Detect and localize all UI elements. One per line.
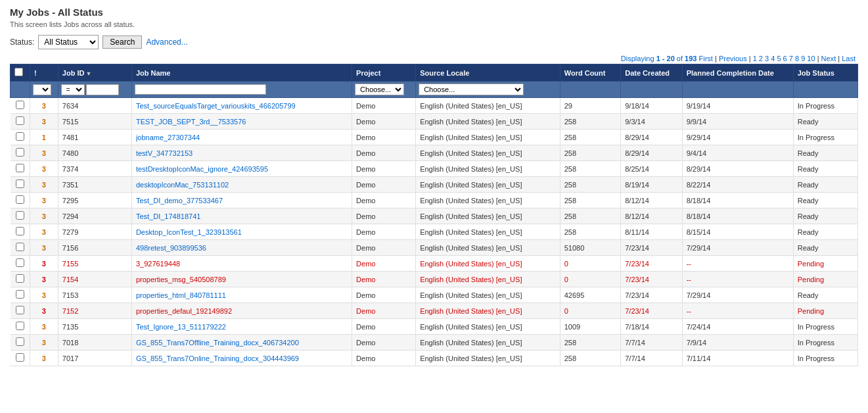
row-jobname-link[interactable]: Test_Ignore_13_511179222: [136, 323, 226, 331]
row-jobname-link[interactable]: TEST_JOB_SEPT_3rd__7533576: [136, 118, 246, 126]
filter-jobid-op[interactable]: =▼: [61, 84, 85, 95]
row-jobname-link[interactable]: properties_html_840781111: [136, 291, 226, 299]
pagination-5[interactable]: 5: [777, 55, 781, 62]
row-jobstatus: Pending: [793, 303, 857, 319]
col-header-locale: Source Locale: [416, 64, 560, 82]
col-header-jobid[interactable]: Job ID▼: [58, 64, 131, 82]
pagination-7[interactable]: 7: [789, 55, 793, 62]
row-jobid: 7634: [58, 98, 131, 114]
row-jobname: Desktop_IconTest_1_323913561: [131, 224, 352, 240]
row-excl: 3: [30, 98, 58, 114]
row-jobname-link[interactable]: Test_sourceEqualsTarget_variouskits_4662…: [136, 102, 296, 110]
pagination-previous[interactable]: Previous: [719, 55, 747, 62]
row-jobname-link[interactable]: properties_msg_540508789: [136, 276, 226, 283]
row-jobid: 7155: [58, 256, 131, 272]
pagination-1[interactable]: 1: [753, 55, 757, 62]
row-jobid: 7294: [58, 208, 131, 224]
row-excl: 3: [30, 272, 58, 287]
pagination-2[interactable]: 2: [759, 55, 763, 62]
row-wordcount: 1009: [560, 319, 620, 335]
row-jobname-link[interactable]: 3_927619448: [136, 260, 180, 268]
row-checkbox[interactable]: [16, 116, 24, 125]
pagination-bar: Displaying 1 - 20 of 193 First | Previou…: [10, 55, 858, 62]
row-checkbox[interactable]: [16, 211, 24, 220]
row-checkbox-cell: [11, 177, 30, 193]
row-jobstatus: Ready: [793, 193, 857, 208]
pagination-first[interactable]: First: [699, 55, 713, 62]
row-jobname-link[interactable]: GS_855_Trans7Offline_Training_docx_40673…: [136, 339, 299, 347]
row-checkbox[interactable]: [16, 148, 24, 157]
row-checkbox-cell: [11, 98, 30, 114]
search-button[interactable]: Search: [103, 36, 142, 49]
pagination-9[interactable]: 9: [801, 55, 805, 62]
row-checkbox[interactable]: [16, 180, 24, 188]
row-jobstatus: In Progress: [793, 130, 857, 145]
row-jobname-link[interactable]: testDresktopIconMac_ignore_424693595: [136, 165, 268, 173]
pagination-6[interactable]: 6: [783, 55, 787, 62]
row-checkbox-cell: [11, 145, 30, 161]
row-datecreated: 8/19/14: [621, 177, 682, 193]
row-checkbox[interactable]: [16, 290, 24, 299]
row-checkbox[interactable]: [16, 101, 24, 109]
filter-project-select[interactable]: Choose... Demo: [355, 84, 404, 95]
pagination-4[interactable]: 4: [771, 55, 775, 62]
row-excl: 3: [30, 208, 58, 224]
table-row: 37634Test_sourceEqualsTarget_variouskits…: [11, 98, 858, 114]
row-jobid: 7295: [58, 193, 131, 208]
select-all-checkbox[interactable]: [14, 68, 23, 76]
row-locale: English (United States) [en_US]: [416, 351, 560, 366]
row-checkbox[interactable]: [16, 132, 24, 141]
row-jobname-link[interactable]: Desktop_IconTest_1_323913561: [136, 228, 242, 236]
row-planned: 8/18/14: [682, 208, 793, 224]
row-checkbox[interactable]: [16, 164, 24, 172]
filter-locale-select[interactable]: Choose... English (United States) [en_US…: [419, 84, 524, 95]
filter-excl-select[interactable]: ▼: [33, 84, 51, 95]
row-checkbox[interactable]: [16, 353, 24, 362]
filter-planned-cell: [682, 82, 793, 98]
col-header-datecreated: Date Created: [621, 64, 682, 82]
pagination-8[interactable]: 8: [795, 55, 799, 62]
pagination-3[interactable]: 3: [765, 55, 769, 62]
row-jobname-link[interactable]: GS_855_Trans7Online_Training_docx_304443…: [136, 354, 299, 362]
filter-jobname-input[interactable]: [135, 84, 266, 95]
page-container: My Jobs - All Status This screen lists J…: [0, 0, 868, 373]
row-excl: 3: [30, 114, 58, 130]
row-jobname-link[interactable]: Test_DI_174818741: [136, 212, 200, 220]
row-checkbox[interactable]: [16, 306, 24, 314]
row-jobname-link[interactable]: desktopIconMac_753131102: [136, 181, 229, 189]
row-datecreated: 8/29/14: [621, 145, 682, 161]
row-excl: 3: [30, 177, 58, 193]
pagination-last[interactable]: Last: [842, 55, 856, 62]
advanced-link[interactable]: Advanced...: [146, 37, 187, 47]
row-checkbox[interactable]: [16, 274, 24, 283]
row-locale: English (United States) [en_US]: [416, 114, 560, 130]
row-jobstatus: Ready: [793, 114, 857, 130]
row-jobname-link[interactable]: properties_defaul_192149892: [136, 307, 232, 315]
col-header-checkbox: [11, 64, 30, 82]
row-checkbox-cell: [11, 208, 30, 224]
row-checkbox[interactable]: [16, 227, 24, 235]
pagination-next[interactable]: Next: [821, 55, 836, 62]
table-filter-row: ▼ =▼ Choose... Demo: [11, 82, 858, 98]
row-jobid: 7480: [58, 145, 131, 161]
pagination-10[interactable]: 10: [807, 55, 815, 62]
row-checkbox[interactable]: [16, 258, 24, 267]
row-jobname-link[interactable]: 498retest_903899536: [136, 244, 206, 252]
row-datecreated: 8/12/14: [621, 193, 682, 208]
filter-locale-cell: Choose... English (United States) [en_US…: [416, 82, 560, 98]
row-jobname: TEST_JOB_SEPT_3rd__7533576: [131, 114, 352, 130]
row-locale: English (United States) [en_US]: [416, 319, 560, 335]
row-jobname-link[interactable]: jobname_27307344: [136, 134, 200, 141]
row-jobname-link[interactable]: Test_DI_demo_377533467: [136, 197, 223, 205]
row-locale: English (United States) [en_US]: [416, 335, 560, 351]
status-select[interactable]: All StatusIn ProgressReadyPendingComplet…: [38, 35, 99, 49]
row-planned: 9/29/14: [682, 130, 793, 145]
row-checkbox[interactable]: [16, 195, 24, 204]
row-jobname-link[interactable]: testV_347732153: [136, 149, 193, 157]
row-checkbox[interactable]: [16, 337, 24, 346]
row-locale: English (United States) [en_US]: [416, 224, 560, 240]
row-checkbox[interactable]: [16, 322, 24, 330]
filter-jobid-input[interactable]: [86, 84, 119, 95]
table-row: 37279Desktop_IconTest_1_323913561DemoEng…: [11, 224, 858, 240]
row-checkbox[interactable]: [16, 243, 24, 251]
